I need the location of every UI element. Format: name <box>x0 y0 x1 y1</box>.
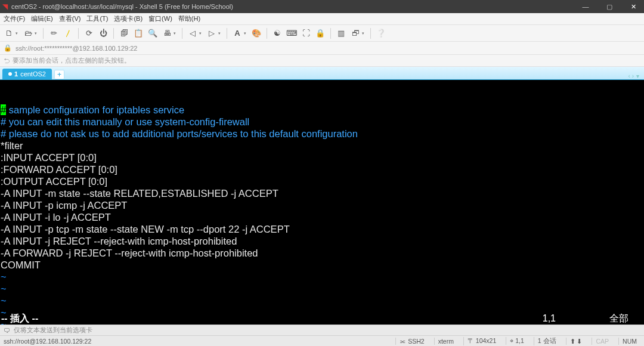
color-icon[interactable]: 🎨 <box>251 28 262 39</box>
chevron-down-icon[interactable]: ▾ <box>35 31 37 36</box>
find-icon[interactable]: 🔍 <box>147 28 158 39</box>
tab-label: centOS2 <box>20 70 46 78</box>
status-size: 〒 104x21 <box>463 337 500 345</box>
menu-edit[interactable]: 编辑(E) <box>31 14 53 23</box>
terminal-line: COMMIT <box>0 259 644 271</box>
hint-bar: ⮌ 要添加当前会话，点击左侧的箭头按钮。 <box>0 55 644 67</box>
keyboard-icon[interactable]: ⌨ <box>286 28 297 39</box>
terminal-line: -A INPUT -j REJECT --reject-with icmp-ho… <box>0 235 644 247</box>
help-icon[interactable]: ❔ <box>376 28 386 39</box>
terminal-line: ~ <box>0 271 644 283</box>
terminal-line: # you can edit this manually or use syst… <box>0 116 644 128</box>
cascade-icon[interactable]: 🗗 <box>350 28 361 39</box>
address-bar: 🔒 ssh://root:***********@192.168.100.129… <box>0 42 644 55</box>
separator <box>330 28 331 39</box>
terminal-line: :INPUT ACCEPT [0:0] <box>0 152 644 163</box>
status-bar: ssh://root@192.168.100.129:22 ⫘ SSH2 xte… <box>0 335 644 346</box>
terminal-line: -A INPUT -p icmp -j ACCEPT <box>0 199 644 211</box>
address-text[interactable]: ssh://root:***********@192.168.100.129:2… <box>16 45 137 52</box>
new-session-icon[interactable]: 🗋 <box>4 28 14 39</box>
tab-bar: 1 centOS2 + ‹ › ▾ <box>0 67 644 80</box>
copy-icon[interactable]: 🗐 <box>119 28 129 39</box>
separator <box>370 28 371 39</box>
chevron-down-icon[interactable]: ▾ <box>218 31 221 36</box>
message-text: 仅将文本发送到当前选项卡 <box>14 326 92 335</box>
print-icon[interactable]: 🖶 <box>162 28 172 39</box>
terminal-line: # sample configuration for iptables serv… <box>0 104 644 116</box>
status-traffic: ⬆ ⬇ <box>566 338 586 345</box>
separator <box>182 28 182 39</box>
status-protocol: ⫘ SSH2 <box>395 338 428 345</box>
message-bar: 🗨 仅将文本发送到当前选项卡 <box>0 325 644 335</box>
history-right-icon[interactable]: ▷ <box>206 28 217 39</box>
menu-tabs[interactable]: 选项卡(B) <box>114 14 143 23</box>
vim-mode: -- 插入 -- <box>1 313 38 325</box>
add-arrow-icon[interactable]: ⮌ <box>4 57 10 64</box>
terminal-line: -A INPUT -m state --state RELATED,ESTABL… <box>0 187 644 199</box>
terminal-line: ~ <box>0 295 644 307</box>
history-left-icon[interactable]: ◁ <box>187 28 198 39</box>
toolbar: 🗋▾ 🗁▾ ✏ 〳 ⟳ ⏻ 🗐 📋 🔍 🖶▾ ◁▾ ▷▾ A▾ 🎨 ☯ ⌨ ⛶ … <box>0 25 644 42</box>
menu-file[interactable]: 文件(F) <box>4 14 25 23</box>
terminal-line: :OUTPUT ACCEPT [0:0] <box>0 175 644 187</box>
separator <box>267 28 267 39</box>
menu-help[interactable]: 帮助(H) <box>178 14 200 23</box>
status-cap: CAP <box>592 338 612 345</box>
chevron-down-icon[interactable]: ▾ <box>244 31 246 36</box>
menu-window[interactable]: 窗口(W) <box>148 14 172 23</box>
menubar: 文件(F) 编辑(E) 查看(V) 工具(T) 选项卡(B) 窗口(W) 帮助(… <box>0 13 644 25</box>
highlighter-icon[interactable]: 〳 <box>63 28 73 39</box>
reconnect-icon[interactable]: ⟳ <box>83 28 94 39</box>
vim-position: 1,1 <box>543 313 556 325</box>
chevron-down-icon[interactable]: ▾ <box>362 31 364 36</box>
menu-view[interactable]: 查看(V) <box>59 14 81 23</box>
new-tab-button[interactable]: + <box>54 70 64 79</box>
status-num: NUM <box>618 338 640 345</box>
separator <box>227 28 227 39</box>
tile-icon[interactable]: ▥ <box>336 28 346 39</box>
tab-centos2[interactable]: 1 centOS2 <box>2 69 52 79</box>
terminal-line: ~ <box>0 283 644 295</box>
lock-icon: 🔒 <box>4 44 12 52</box>
terminal-line: :FORWARD ACCEPT [0:0] <box>0 163 644 175</box>
separator <box>78 28 79 39</box>
terminal[interactable]: # sample configuration for iptables serv… <box>0 80 644 325</box>
lock-icon[interactable]: 🔒 <box>315 28 326 39</box>
status-cursor: ⌖ 1,1 <box>506 337 528 345</box>
tab-menu-button[interactable]: ▾ <box>636 73 639 79</box>
app-icon: ◥ <box>2 2 8 11</box>
close-button[interactable]: ✕ <box>625 3 642 11</box>
status-connection: ssh://root@192.168.100.129:22 <box>4 338 395 345</box>
terminal-line: -A FORWARD -j REJECT --reject-with icmp-… <box>0 247 644 259</box>
hint-text: 要添加当前会话，点击左侧的箭头按钮。 <box>13 56 131 65</box>
paste-icon[interactable]: 📋 <box>133 28 144 39</box>
tab-scroll-buttons[interactable]: ‹ › <box>628 73 634 79</box>
window-title: centOS2 - root@localhost:/usr/local/mysq… <box>11 3 233 10</box>
tab-number: 1 <box>14 70 18 78</box>
fullscreen-icon[interactable]: ⛶ <box>301 28 311 39</box>
status-termtype: xterm <box>434 338 457 345</box>
terminal-line: -A INPUT -p tcp -m state --state NEW -m … <box>0 223 644 235</box>
chevron-down-icon[interactable]: ▾ <box>199 31 202 36</box>
tab-status-icon <box>8 72 12 76</box>
separator <box>43 28 44 39</box>
broadcast-icon[interactable]: 🗨 <box>4 327 10 334</box>
vim-percent: 全部 <box>609 313 628 325</box>
maximize-button[interactable]: ▢ <box>601 3 618 11</box>
terminal-line: # please do not ask us to add additional… <box>0 128 644 140</box>
font-icon[interactable]: A <box>232 28 243 39</box>
vim-status-line: -- 插入 -- 1,1 全部 <box>0 313 644 325</box>
open-icon[interactable]: 🗁 <box>23 28 33 39</box>
separator <box>113 28 114 39</box>
chevron-down-icon[interactable]: ▾ <box>174 31 176 36</box>
disconnect-icon[interactable]: ⏻ <box>98 28 109 39</box>
status-sessions: 1 会话 <box>534 337 560 345</box>
terminal-line: *filter <box>0 140 644 152</box>
menu-tools[interactable]: 工具(T) <box>86 14 108 23</box>
chevron-down-icon[interactable]: ▾ <box>16 31 18 36</box>
scissors-icon[interactable]: ✏ <box>48 28 59 39</box>
sync-icon[interactable]: ☯ <box>272 28 283 39</box>
terminal-line: -A INPUT -i lo -j ACCEPT <box>0 211 644 223</box>
minimize-button[interactable]: — <box>577 3 594 11</box>
window-titlebar: ◥ centOS2 - root@localhost:/usr/local/my… <box>0 0 644 13</box>
